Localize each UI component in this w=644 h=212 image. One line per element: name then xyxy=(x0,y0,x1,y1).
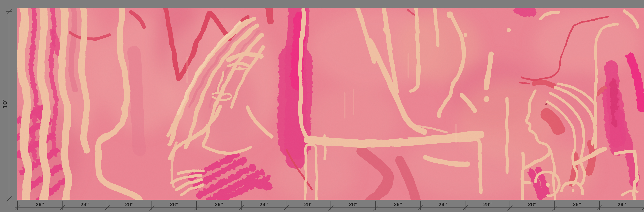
width-segment-label: 28″ xyxy=(349,202,358,208)
horizontal-ruler xyxy=(15,201,644,211)
horizontal-ruler-ticks xyxy=(15,201,644,211)
height-dimension-label: 10′ xyxy=(2,99,9,108)
width-segment-label: 28″ xyxy=(483,202,492,208)
paper-grain-texture xyxy=(17,8,644,200)
width-segment-label: 28″ xyxy=(170,202,178,208)
width-segment-label: 28″ xyxy=(618,202,626,208)
mural-painting-svg xyxy=(17,8,644,200)
width-segment-label: 28″ xyxy=(260,202,268,208)
width-segment-label: 28″ xyxy=(438,202,447,208)
width-segment-label: 28″ xyxy=(394,202,402,208)
width-segment-label: 28″ xyxy=(80,202,89,208)
vertical-ruler-tick-top xyxy=(6,9,12,14)
wallpaper-mural-artwork[interactable] xyxy=(17,8,644,200)
width-segment-label: 28″ xyxy=(215,202,223,208)
vertical-ruler-tick-bottom xyxy=(6,197,12,202)
width-segment-label: 28″ xyxy=(304,202,313,208)
mural-proof-sheet: 10′ 28″28″28″28″28″28″28″28″28″28″28″28″… xyxy=(0,0,644,212)
width-segment-label: 28″ xyxy=(528,202,536,208)
width-segment-label: 28″ xyxy=(125,202,134,208)
width-segment-label: 28″ xyxy=(573,202,581,208)
width-segment-label: 28″ xyxy=(36,202,44,208)
